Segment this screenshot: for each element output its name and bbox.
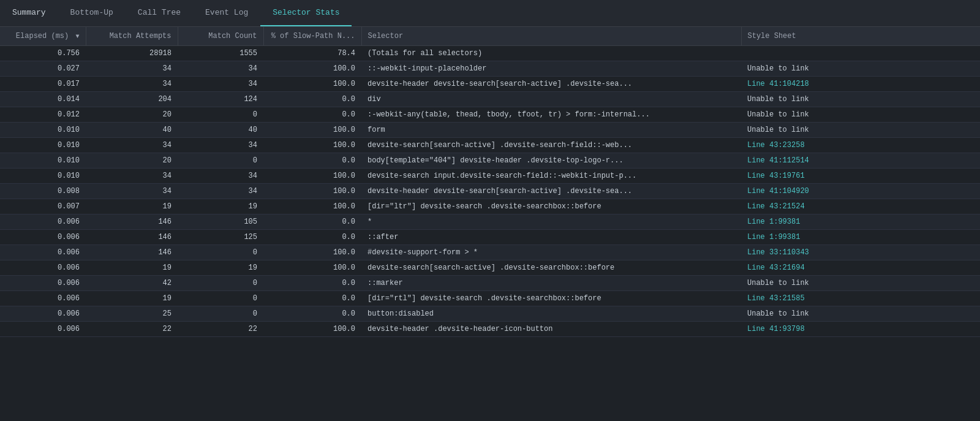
slow-path-label: % of Slow-Path N... bbox=[271, 32, 355, 40]
cell-match-attempts: 28918 bbox=[86, 46, 178, 61]
cell-stylesheet[interactable]: Line 43:21694 bbox=[741, 260, 980, 276]
table-row: 0.0061900.0[dir="rtl"] devsite-search .d… bbox=[0, 291, 980, 306]
cell-match-count: 105 bbox=[178, 214, 263, 230]
table-body: 0.75628918155578.4(Totals for all select… bbox=[0, 46, 980, 337]
cell-selector: div bbox=[361, 92, 741, 107]
cell-match-attempts: 22 bbox=[86, 322, 178, 337]
stylesheet-link[interactable]: Line 41:104218 bbox=[747, 80, 809, 88]
cell-stylesheet[interactable]: Line 1:99381 bbox=[741, 230, 980, 245]
cell-match-count: 34 bbox=[178, 138, 263, 153]
cell-match-attempts: 40 bbox=[86, 123, 178, 138]
stylesheet-link[interactable]: Line 43:19761 bbox=[747, 172, 805, 180]
stylesheet-link[interactable]: Line 41:104920 bbox=[747, 187, 809, 195]
cell-elapsed: 0.006 bbox=[0, 230, 86, 245]
cell-slow-path: 78.4 bbox=[263, 46, 361, 61]
cell-match-count: 124 bbox=[178, 92, 263, 107]
cell-stylesheet[interactable]: Line 43:21524 bbox=[741, 199, 980, 214]
table-row: 0.0122000.0:-webkit-any(table, thead, tb… bbox=[0, 107, 980, 123]
tab-event-log[interactable]: Event Log bbox=[193, 0, 260, 26]
cell-slow-path: 100.0 bbox=[263, 260, 361, 276]
cell-elapsed: 0.006 bbox=[0, 306, 86, 322]
cell-stylesheet[interactable]: Line 1:99381 bbox=[741, 214, 980, 230]
table-container: Elapsed (ms) ▼ Match Attempts Match Coun… bbox=[0, 27, 980, 421]
cell-selector: * bbox=[361, 214, 741, 230]
cell-slow-path: 0.0 bbox=[263, 291, 361, 306]
col-header-elapsed[interactable]: Elapsed (ms) ▼ bbox=[0, 27, 86, 46]
table-row: 0.75628918155578.4(Totals for all select… bbox=[0, 46, 980, 61]
cell-stylesheet[interactable]: Line 43:23258 bbox=[741, 138, 980, 153]
table-row: 0.0173434100.0devsite-header devsite-sea… bbox=[0, 77, 980, 92]
stylesheet-link[interactable]: Line 1:99381 bbox=[747, 233, 800, 241]
stylesheet-link[interactable]: Line 1:99381 bbox=[747, 218, 800, 226]
cell-elapsed: 0.010 bbox=[0, 123, 86, 138]
stylesheet-link[interactable]: Line 43:21694 bbox=[747, 264, 805, 272]
cell-match-attempts: 34 bbox=[86, 61, 178, 77]
cell-selector: body[template="404"] devsite-header .dev… bbox=[361, 153, 741, 169]
cell-slow-path: 100.0 bbox=[263, 322, 361, 337]
stylesheet-link[interactable]: Line 41:112514 bbox=[747, 156, 809, 165]
cell-slow-path: 0.0 bbox=[263, 214, 361, 230]
cell-match-attempts: 19 bbox=[86, 199, 178, 214]
col-header-stylesheet[interactable]: Style Sheet bbox=[741, 27, 980, 46]
tab-bottom-up[interactable]: Bottom-Up bbox=[58, 0, 126, 26]
cell-match-attempts: 34 bbox=[86, 138, 178, 153]
cell-slow-path: 100.0 bbox=[263, 77, 361, 92]
cell-stylesheet[interactable]: Line 41:112514 bbox=[741, 153, 980, 169]
cell-match-attempts: 19 bbox=[86, 291, 178, 306]
cell-elapsed: 0.027 bbox=[0, 61, 86, 77]
table-row: 0.0062500.0button:disabledUnable to link bbox=[0, 306, 980, 322]
cell-selector: devsite-search input.devsite-search-fiel… bbox=[361, 169, 741, 184]
cell-stylesheet bbox=[741, 46, 980, 61]
cell-stylesheet[interactable]: Line 43:19761 bbox=[741, 169, 980, 184]
cell-match-attempts: 20 bbox=[86, 107, 178, 123]
cell-slow-path: 100.0 bbox=[263, 123, 361, 138]
cell-stylesheet[interactable]: Line 33:110343 bbox=[741, 245, 980, 260]
cell-selector: ::marker bbox=[361, 276, 741, 291]
table-row: 0.0273434100.0::-webkit-input-placeholde… bbox=[0, 61, 980, 77]
cell-match-count: 19 bbox=[178, 260, 263, 276]
cell-match-attempts: 34 bbox=[86, 184, 178, 199]
stylesheet-link[interactable]: Line 43:23258 bbox=[747, 141, 805, 150]
cell-selector: devsite-search[search-active] .devsite-s… bbox=[361, 138, 741, 153]
col-header-selector[interactable]: Selector bbox=[361, 27, 741, 46]
tab-summary[interactable]: Summary bbox=[0, 0, 58, 26]
col-header-slow-path[interactable]: % of Slow-Path N... bbox=[263, 27, 361, 46]
stylesheet-label: Style Sheet bbox=[748, 32, 796, 40]
tab-selector-stats[interactable]: Selector Stats bbox=[260, 0, 352, 26]
stylesheet-link[interactable]: Line 43:21585 bbox=[747, 294, 805, 303]
table-row: 0.0061460100.0#devsite-support-form > *L… bbox=[0, 245, 980, 260]
cell-selector: devsite-header devsite-search[search-act… bbox=[361, 184, 741, 199]
col-header-match-attempts[interactable]: Match Attempts bbox=[86, 27, 178, 46]
tab-call-tree[interactable]: Call Tree bbox=[126, 0, 193, 26]
elapsed-label: Elapsed (ms) bbox=[16, 32, 69, 40]
table-row: 0.0103434100.0devsite-search[search-acti… bbox=[0, 138, 980, 153]
stylesheet-link[interactable]: Line 43:21524 bbox=[747, 202, 805, 211]
cell-stylesheet[interactable]: Line 41:104920 bbox=[741, 184, 980, 199]
cell-selector: [dir="rtl"] devsite-search .devsite-sear… bbox=[361, 291, 741, 306]
cell-slow-path: 0.0 bbox=[263, 153, 361, 169]
stylesheet-link[interactable]: Line 41:93798 bbox=[747, 325, 805, 333]
cell-match-count: 34 bbox=[178, 169, 263, 184]
cell-elapsed: 0.006 bbox=[0, 260, 86, 276]
cell-elapsed: 0.006 bbox=[0, 214, 86, 230]
cell-stylesheet[interactable]: Line 41:104218 bbox=[741, 77, 980, 92]
cell-match-count: 34 bbox=[178, 184, 263, 199]
table-row: 0.0104040100.0formUnable to link bbox=[0, 123, 980, 138]
tabs-bar: SummaryBottom-UpCall TreeEvent LogSelect… bbox=[0, 0, 980, 27]
table-row: 0.0061919100.0devsite-search[search-acti… bbox=[0, 260, 980, 276]
cell-stylesheet[interactable]: Line 43:21585 bbox=[741, 291, 980, 306]
cell-match-attempts: 19 bbox=[86, 260, 178, 276]
table-row: 0.0102000.0body[template="404"] devsite-… bbox=[0, 153, 980, 169]
cell-stylesheet[interactable]: Line 41:93798 bbox=[741, 322, 980, 337]
stylesheet-link[interactable]: Line 33:110343 bbox=[747, 248, 809, 257]
cell-match-count: 40 bbox=[178, 123, 263, 138]
cell-slow-path: 100.0 bbox=[263, 61, 361, 77]
table-row: 0.0142041240.0divUnable to link bbox=[0, 92, 980, 107]
cell-match-attempts: 34 bbox=[86, 77, 178, 92]
cell-match-attempts: 42 bbox=[86, 276, 178, 291]
table-header-row: Elapsed (ms) ▼ Match Attempts Match Coun… bbox=[0, 27, 980, 46]
cell-selector: devsite-header .devsite-header-icon-butt… bbox=[361, 322, 741, 337]
cell-slow-path: 100.0 bbox=[263, 184, 361, 199]
col-header-match-count[interactable]: Match Count bbox=[178, 27, 263, 46]
cell-slow-path: 0.0 bbox=[263, 107, 361, 123]
